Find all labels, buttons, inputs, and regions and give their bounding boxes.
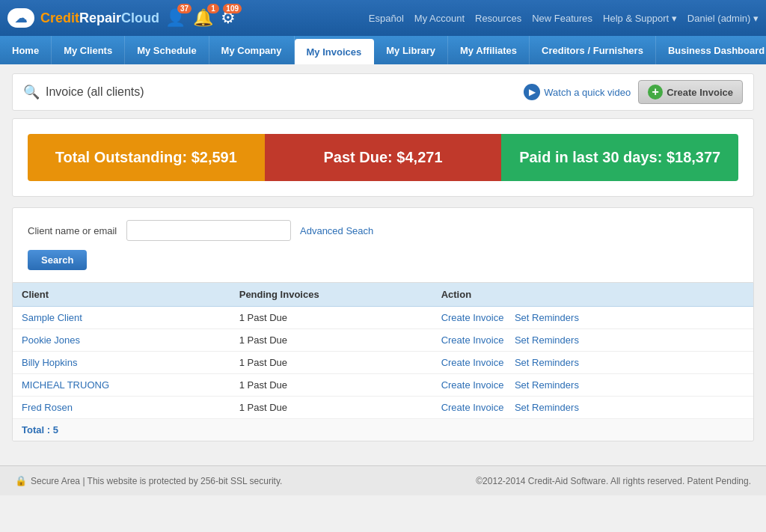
search-input[interactable] — [126, 220, 291, 241]
cell-action: Create Invoice Set Reminders — [432, 352, 753, 374]
lock-icon: 🔒 — [15, 475, 27, 486]
nav-business-dashboard[interactable]: Business Dashboard — [656, 36, 766, 64]
client-link[interactable]: Sample Client — [22, 312, 82, 323]
nav-my-schedule[interactable]: My Schedule — [125, 36, 209, 64]
paid-stat: Paid in last 30 days: $18,377 — [501, 134, 738, 181]
page-title: Invoice (all clients) — [46, 85, 144, 99]
logo-area: ☁ CreditRepairCloud 👤 37 🔔 1 ⚙ 109 — [7, 8, 236, 28]
my-account-link[interactable]: My Account — [414, 13, 465, 24]
logo-text: CreditRepairCloud — [40, 10, 159, 26]
total-label: Total : 5 — [22, 424, 58, 435]
search-row: Client name or email Advanced Seach — [28, 220, 738, 241]
notifications-icon-wrap: ⚙ 109 — [221, 8, 236, 28]
new-features-link[interactable]: New Features — [532, 13, 592, 24]
set-reminders-link[interactable]: Set Reminders — [515, 402, 579, 413]
total-row: Total : 5 — [13, 419, 753, 441]
header-actions: ▶ Watch a quick video + Create Invoice — [524, 80, 743, 104]
notifications-badge: 109 — [223, 4, 242, 13]
cell-client: Fred Rosen — [13, 397, 230, 419]
create-invoice-link[interactable]: Create Invoice — [441, 379, 504, 391]
create-invoice-button[interactable]: + Create Invoice — [638, 80, 743, 104]
cell-action: Create Invoice Set Reminders — [432, 397, 753, 419]
set-reminders-link[interactable]: Set Reminders — [515, 334, 579, 346]
admin-link[interactable]: Daniel (admin) ▾ — [687, 13, 759, 24]
play-icon: ▶ — [524, 84, 540, 100]
set-reminders-link[interactable]: Set Reminders — [515, 312, 579, 323]
cell-client: Pookie Jones — [13, 329, 230, 352]
cell-client: Sample Client — [13, 307, 230, 329]
table-header-row: Client Pending Invoices Action — [13, 283, 753, 307]
outstanding-stat: Total Outstanding: $2,591 — [28, 134, 265, 181]
cell-action: Create Invoice Set Reminders — [432, 307, 753, 329]
table-area: Client Pending Invoices Action Sample Cl… — [12, 283, 754, 441]
messages-icon-wrap: 🔔 1 — [193, 8, 213, 28]
top-nav-right: Español My Account Resources New Feature… — [369, 13, 759, 24]
search-button[interactable]: Search — [28, 250, 87, 270]
search-area: Client name or email Advanced Seach Sear… — [12, 207, 754, 283]
cell-pending: 1 Past Due — [230, 397, 432, 419]
table-row: Pookie Jones 1 Past Due Create Invoice S… — [13, 329, 753, 352]
table-row: MICHEAL TRUONG 1 Past Due Create Invoice… — [13, 374, 753, 397]
messages-badge: 1 — [207, 4, 219, 13]
stats-row: Total Outstanding: $2,591 Past Due: $4,2… — [28, 134, 738, 181]
advanced-search-link[interactable]: Advanced Seach — [300, 225, 373, 236]
page-header: 🔍 Invoice (all clients) ▶ Watch a quick … — [12, 73, 754, 111]
cell-pending: 1 Past Due — [230, 307, 432, 329]
watch-video-button[interactable]: ▶ Watch a quick video — [524, 84, 631, 100]
page-search-icon: 🔍 — [23, 84, 40, 100]
create-invoice-link[interactable]: Create Invoice — [441, 402, 504, 413]
create-invoice-link[interactable]: Create Invoice — [441, 334, 504, 346]
footer-left-text: Secure Area | This website is protected … — [31, 476, 282, 486]
pastdue-stat: Past Due: $4,271 — [265, 134, 502, 181]
client-link[interactable]: Pookie Jones — [22, 334, 80, 346]
table-row: Fred Rosen 1 Past Due Create Invoice Set… — [13, 397, 753, 419]
nav-my-clients[interactable]: My Clients — [52, 36, 125, 64]
nav-home[interactable]: Home — [0, 36, 52, 64]
nav-my-library[interactable]: My Library — [374, 36, 448, 64]
set-reminders-link[interactable]: Set Reminders — [515, 357, 579, 368]
top-bar: ☁ CreditRepairCloud 👤 37 🔔 1 ⚙ 109 Españ… — [0, 0, 766, 36]
footer-left: 🔒 Secure Area | This website is protecte… — [15, 475, 282, 486]
footer: 🔒 Secure Area | This website is protecte… — [0, 465, 766, 495]
nav-my-affiliates[interactable]: My Affiliates — [448, 36, 530, 64]
clients-badge: 37 — [177, 4, 192, 13]
nav-bar: Home My Clients My Schedule My Company M… — [0, 36, 766, 64]
help-support-link[interactable]: Help & Support ▾ — [603, 13, 677, 24]
page-title-area: 🔍 Invoice (all clients) — [23, 84, 144, 100]
cell-pending: 1 Past Due — [230, 329, 432, 352]
col-pending: Pending Invoices — [230, 283, 432, 307]
client-link[interactable]: MICHEAL TRUONG — [22, 379, 109, 391]
cell-action: Create Invoice Set Reminders — [432, 329, 753, 352]
resources-link[interactable]: Resources — [475, 13, 521, 24]
create-invoice-link[interactable]: Create Invoice — [441, 312, 504, 323]
invoices-table: Client Pending Invoices Action Sample Cl… — [13, 283, 753, 441]
top-icons: 👤 37 🔔 1 ⚙ 109 — [165, 8, 236, 28]
total-cell: Total : 5 — [13, 419, 753, 441]
col-client: Client — [13, 283, 230, 307]
nav-my-company[interactable]: My Company — [209, 36, 295, 64]
espanol-link[interactable]: Español — [369, 13, 404, 24]
client-link[interactable]: Fred Rosen — [22, 402, 73, 413]
logo-icon[interactable]: ☁ — [7, 8, 34, 28]
footer-right-text: ©2012-2014 Credit-Aid Software. All righ… — [476, 476, 751, 486]
cell-pending: 1 Past Due — [230, 352, 432, 374]
clients-icon-wrap: 👤 37 — [165, 8, 186, 28]
cell-client: Billy Hopkins — [13, 352, 230, 374]
content-area: 🔍 Invoice (all clients) ▶ Watch a quick … — [0, 64, 766, 450]
nav-creditors[interactable]: Creditors / Furnishers — [530, 36, 656, 64]
client-link[interactable]: Billy Hopkins — [22, 357, 77, 368]
nav-my-invoices[interactable]: My Invoices — [295, 39, 375, 64]
cell-pending: 1 Past Due — [230, 374, 432, 397]
col-action: Action — [432, 283, 753, 307]
cell-client: MICHEAL TRUONG — [13, 374, 230, 397]
table-row: Sample Client 1 Past Due Create Invoice … — [13, 307, 753, 329]
plus-icon: + — [648, 85, 663, 100]
create-invoice-link[interactable]: Create Invoice — [441, 357, 504, 368]
stats-container: Total Outstanding: $2,591 Past Due: $4,2… — [12, 118, 754, 197]
client-label: Client name or email — [28, 225, 117, 236]
cell-action: Create Invoice Set Reminders — [432, 374, 753, 397]
set-reminders-link[interactable]: Set Reminders — [515, 379, 579, 391]
table-row: Billy Hopkins 1 Past Due Create Invoice … — [13, 352, 753, 374]
